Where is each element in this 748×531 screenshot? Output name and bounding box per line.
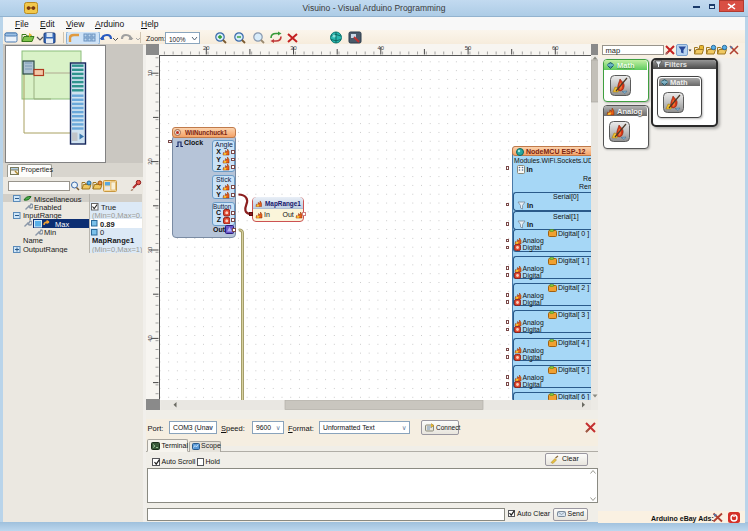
svg-text:50: 50 xyxy=(465,45,471,51)
svg-text:10: 10 xyxy=(147,70,153,76)
svg-text:60: 60 xyxy=(552,45,558,51)
svg-text:40: 40 xyxy=(147,335,153,341)
svg-text:20: 20 xyxy=(147,158,153,164)
svg-text:30: 30 xyxy=(290,45,296,51)
svg-text:30: 30 xyxy=(147,247,153,253)
svg-text:20: 20 xyxy=(203,45,209,51)
svg-text:40: 40 xyxy=(378,45,384,51)
